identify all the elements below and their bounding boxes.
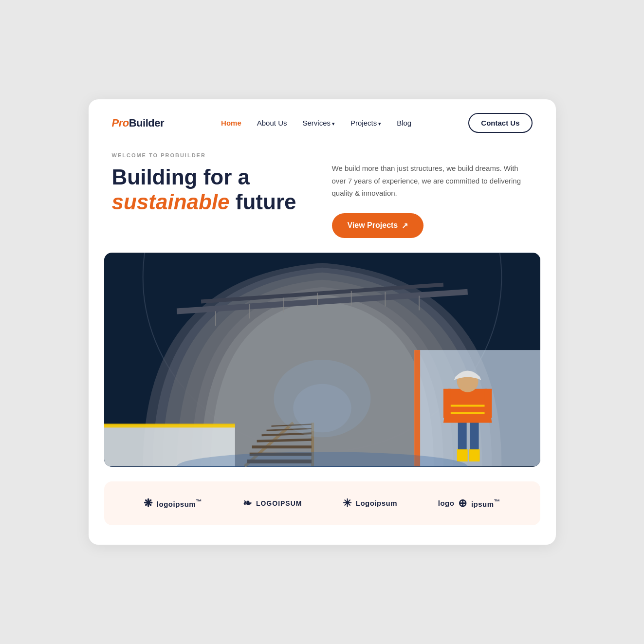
logo-pro: Pro — [112, 117, 129, 129]
nav-item-home[interactable]: Home — [221, 119, 241, 128]
nav-link-projects[interactable]: Projects▾ — [350, 119, 381, 127]
navbar: ProBuilder Home About Us Services▾ Proje… — [89, 99, 556, 143]
hero-headline-italic: sustainable — [112, 190, 230, 214]
tunnel-illustration — [104, 253, 540, 467]
logoipsum3-icon: ✳ — [343, 497, 352, 510]
logo-item-3: ✳ Logoipsum — [343, 497, 397, 510]
nav-link-about[interactable]: About Us — [257, 119, 287, 127]
hero-right: We build more than just structures, we b… — [332, 152, 533, 238]
hero-headline: Building for a sustainable future — [112, 165, 313, 214]
view-projects-button[interactable]: View Projects ↗ — [332, 213, 424, 238]
logo: ProBuilder — [112, 117, 164, 129]
svg-rect-17 — [457, 449, 467, 461]
hero-headline-line1: Building for a — [112, 165, 250, 189]
logoipsum4-icon: ⊕ — [458, 497, 467, 510]
arrow-icon: ↗ — [402, 221, 408, 230]
nav-link-blog[interactable]: Blog — [397, 119, 411, 127]
logoipsum2-icon: ❧ — [243, 497, 252, 510]
hero-left: WELCOME TO PROBUILDER Building for a sus… — [112, 152, 313, 214]
nav-item-about[interactable]: About Us — [257, 119, 287, 128]
nav-links: Home About Us Services▾ Projects▾ Blog — [221, 119, 411, 128]
logo-item-2: ❧ LOGOIPSUM — [243, 497, 302, 510]
services-chevron-icon: ▾ — [332, 121, 335, 127]
hero-section: WELCOME TO PROBUILDER Building for a sus… — [89, 143, 556, 253]
svg-rect-22 — [484, 388, 492, 418]
hero-image — [104, 253, 540, 467]
projects-chevron-icon: ▾ — [378, 121, 381, 127]
nav-item-projects[interactable]: Projects▾ — [350, 119, 381, 128]
svg-rect-18 — [469, 449, 479, 461]
svg-rect-15 — [458, 418, 466, 452]
nav-item-blog[interactable]: Blog — [397, 119, 411, 128]
hero-description: We build more than just structures, we b… — [332, 162, 533, 200]
svg-rect-16 — [470, 418, 478, 452]
nav-item-services[interactable]: Services▾ — [302, 119, 335, 128]
nav-link-home[interactable]: Home — [221, 119, 241, 127]
hero-welcome-text: WELCOME TO PROBUILDER — [112, 152, 313, 158]
contact-us-button[interactable]: Contact Us — [468, 113, 532, 133]
logo-item-1: ❋ logoipsum™ — [144, 497, 202, 510]
nav-link-services[interactable]: Services▾ — [302, 119, 335, 127]
logoipsum1-icon: ❋ — [144, 497, 153, 510]
logo-builder: Builder — [129, 117, 164, 129]
svg-rect-3 — [104, 423, 235, 427]
svg-rect-14 — [414, 350, 420, 466]
logos-bar: ❋ logoipsum™ ❧ LOGOIPSUM ✳ Logoipsum log… — [104, 481, 540, 525]
page-container: ProBuilder Home About Us Services▾ Proje… — [89, 99, 556, 545]
logo-item-4: logo ⊕ ipsum™ — [438, 497, 500, 510]
svg-line-9 — [257, 440, 311, 441]
svg-point-35 — [293, 384, 351, 433]
svg-rect-21 — [443, 388, 450, 418]
